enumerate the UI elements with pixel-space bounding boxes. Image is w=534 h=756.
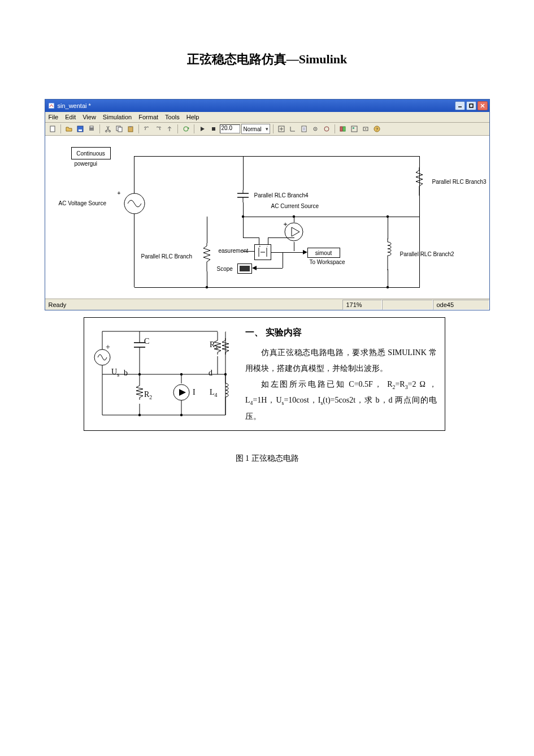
paste-icon[interactable] [125,124,136,134]
stop-icon[interactable] [209,124,219,134]
plus-label: + [118,190,121,196]
ac-current-label: AC Current Source [271,203,319,209]
status-ready: Ready [45,301,328,308]
axis-icon[interactable] [288,124,298,134]
b-label: b [124,369,128,378]
undo-icon[interactable] [142,124,152,134]
separator-icon [273,124,273,133]
c-label: C [144,337,149,346]
gear-icon[interactable] [310,124,320,134]
svg-rect-5 [50,126,55,132]
menu-file[interactable]: File [49,114,59,120]
section-text: 一、 实验内容 仿真正弦稳态电路电路，要求熟悉 SIMULINK 常用模块，搭建… [240,318,445,430]
measurement-block[interactable]: +- [254,244,271,260]
up-icon[interactable] [164,124,175,134]
us-label: Us [111,368,119,378]
ac-current-source-icon[interactable] [284,222,304,242]
print-icon[interactable] [86,124,97,134]
menu-simulation[interactable]: Simulation [103,114,132,120]
title-latin: Simulink [299,52,348,66]
menu-bar: File Edit View Simulation Format Tools H… [45,112,489,123]
svg-text:-: - [267,245,268,248]
separator-icon [194,124,194,133]
library-icon[interactable] [338,124,348,134]
svg-text:+: + [259,245,261,248]
branch4-label: Parallel RLC Branch4 [254,192,309,198]
help-icon[interactable]: ? [372,124,382,134]
svg-point-16 [184,127,188,131]
svg-point-44 [292,215,294,218]
status-solver: ode45 [433,300,489,310]
document-title: 正弦稳态电路仿真—Simulink [44,51,490,68]
minimize-button[interactable] [455,101,465,110]
separator-icon [177,124,178,133]
svg-text:?: ? [376,127,379,132]
section-title: 一、 实验内容 [245,323,437,342]
resistor-icon [413,167,426,196]
title-cn: 正弦稳态电路仿真— [187,52,299,66]
status-zoom: 171% [342,300,382,310]
model-explorer-icon[interactable] [349,124,359,134]
branch-label: Parallel RLC Branch [141,253,193,260]
close-button[interactable] [477,101,488,110]
menu-edit[interactable]: Edit [65,114,76,120]
save-icon[interactable] [75,124,85,134]
port-icon[interactable] [361,124,371,134]
scope-label: Scope [217,266,233,272]
svg-point-22 [324,127,329,131]
menu-help[interactable]: Help [186,114,199,120]
model-canvas[interactable]: Continuous powergui Parallel RLC Branch4… [45,136,489,299]
branch2-label: Parallel RLC Branch2 [400,251,454,257]
menu-format[interactable]: Format [138,114,158,120]
svg-point-28 [365,128,366,129]
capacitor-icon [235,190,251,202]
plus-label: + [106,343,110,352]
new-icon[interactable] [47,124,58,134]
mode-select[interactable]: Normal [241,124,270,134]
svg-point-45 [386,215,388,218]
stop-time-input[interactable]: 20.0 [220,124,240,133]
svg-point-46 [205,286,207,288]
branch3-label: Parallel RLC Branch3 [432,179,487,185]
svg-point-68 [138,373,141,375]
tune-icon[interactable] [276,124,286,134]
window-buttons [455,101,489,110]
separator-icon [335,124,335,133]
page-icon[interactable] [299,124,309,134]
maximize-button[interactable] [466,101,476,110]
ac-voltage-label: AC Voltage Source [59,200,107,206]
copy-icon[interactable] [114,124,124,134]
svg-rect-24 [343,127,345,131]
redo-icon[interactable] [153,124,163,134]
arrow-icon [303,250,307,254]
svg-point-72 [180,414,183,416]
play-icon[interactable] [197,124,207,134]
simout-block[interactable]: simout [307,248,340,258]
svg-rect-13 [118,127,122,132]
separator-icon [99,124,100,133]
l4-label: L4 [210,388,217,398]
refresh-icon[interactable] [181,124,191,134]
menu-view[interactable]: View [83,114,96,120]
open-icon[interactable] [64,124,74,134]
r2-label: R2 [144,390,152,400]
cut-icon[interactable] [103,124,113,134]
svg-rect-26 [353,127,354,129]
figure-box: + Us b C R3 d R2 I L4 一、 实验内容 仿真正弦稳态电路电路… [84,317,445,431]
powergui-block[interactable]: Continuous [71,147,111,159]
svg-point-71 [138,414,141,416]
window-titlebar: sin_wentai * [45,100,489,112]
svg-point-43 [241,215,244,218]
i-label: I [193,388,196,397]
debug-icon[interactable] [322,124,332,134]
paragraph-2: 如左图所示电路已知 C=0.5F， R2=R3=2 Ω ， L4=1H，Us=1… [245,377,437,425]
scope-block[interactable] [237,263,252,274]
figure-caption: 图 1 正弦稳态电路 [44,453,490,464]
status-empty [382,300,433,310]
svg-rect-17 [212,127,215,131]
toolbar: 20.0 Normal ? [45,123,489,136]
svg-rect-15 [129,126,132,127]
ac-voltage-source-icon[interactable] [123,192,146,215]
status-bar: Ready 171% ode45 [45,299,489,310]
menu-tools[interactable]: Tools [165,114,180,120]
